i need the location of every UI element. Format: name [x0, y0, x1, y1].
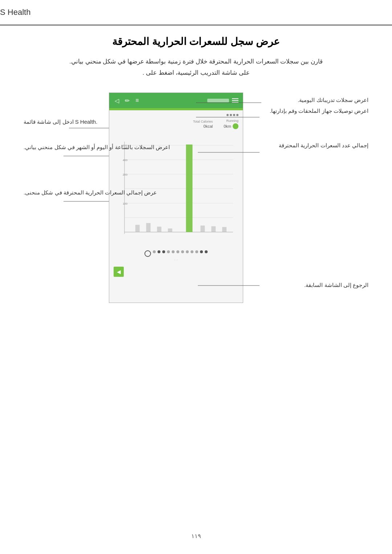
list-icon[interactable]: ≡ [134, 97, 140, 104]
svg-rect-14 [135, 225, 140, 232]
top-bar-right: ≡ ✏ ◁ [114, 97, 140, 104]
hamburger-icon[interactable] [232, 98, 238, 103]
stats-dots [114, 114, 238, 116]
nav-dot-2[interactable] [200, 250, 203, 253]
svg-rect-19 [211, 226, 216, 232]
phone-mockup: ≡ ✏ ◁ Running 0km [109, 93, 243, 303]
nav-dot-6[interactable] [181, 250, 184, 253]
nav-dot-9[interactable] [167, 250, 170, 253]
dot-4 [226, 114, 229, 116]
page-header: S Health [0, 0, 392, 25]
annotation-curve-chart: عرض إجمالي السعرات الحرارية المحترقة في … [24, 189, 157, 197]
center-circle[interactable] [144, 250, 151, 257]
nav-dot-5[interactable] [186, 250, 189, 253]
svg-rect-20 [222, 227, 226, 232]
svg-rect-16 [157, 227, 162, 232]
nav-dot-3[interactable] [195, 250, 198, 253]
svg-rect-13 [186, 144, 192, 232]
nav-dot-8[interactable] [172, 250, 175, 253]
nav-dot-11[interactable] [158, 250, 160, 253]
dot-1 [236, 114, 238, 116]
nav-dot-7[interactable] [176, 250, 179, 253]
svg-text:400: 400 [123, 159, 128, 162]
stats-row: Running 0km Total Calories 0kcal [109, 110, 243, 131]
title-placeholder [207, 99, 229, 102]
back-button-area: ◀ [109, 264, 243, 279]
nav-dot-1[interactable] [205, 250, 208, 253]
svg-rect-18 [200, 226, 205, 232]
bottom-dots-bar: · · · [109, 247, 243, 264]
page-number: ١١٩ [0, 533, 392, 539]
svg-rect-15 [146, 223, 151, 232]
dot-3 [230, 114, 232, 116]
annotation-accessories: اعرض توصيلات جهاز الملحقات وقم بإدارتها. [270, 107, 368, 115]
calories-stat: Total Calories 0kcal [193, 120, 213, 128]
nav-dot-10[interactable] [162, 250, 165, 253]
nav-dot-12[interactable] [153, 250, 156, 253]
phone-screen: ≡ ✏ ◁ Running 0km [109, 93, 243, 303]
annotation-daily-records: اعرض سجلات تدريباتك اليومية. [298, 96, 368, 104]
svg-rect-17 [168, 229, 172, 232]
page-title: عرض سجل للسعرات الحرارية المحترقة [22, 34, 370, 49]
back-arrow-icon: ◀ [117, 269, 121, 275]
phone-top-bar: ≡ ✏ ◁ [109, 93, 243, 108]
subtitle-line1: قارن بين سجلات السعرات الحرارية المحترقة… [69, 58, 323, 65]
annotation-back: الرجوع إلى الشاشة السابقة. [304, 281, 368, 290]
small-text-row: · · · [174, 258, 178, 262]
subtitle-line2: على شاشة التدريب الرئيسية، اضغط على . [142, 69, 249, 76]
annotation-total-calories: إجمالي عدد السعرات الحرارية المحترقة [279, 141, 368, 150]
dots-row [144, 250, 208, 257]
header-title: S Health [0, 8, 30, 17]
running-stat: Running 0km [224, 119, 238, 129]
subtitle-text: قارن بين سجلات السعرات الحرارية المحترقة… [22, 56, 370, 78]
svg-text:200: 200 [123, 173, 128, 176]
svg-text:100: 100 [123, 202, 128, 205]
back-button[interactable]: ◀ [114, 267, 124, 277]
edit-icon[interactable]: ✏ [124, 97, 130, 104]
top-bar-left [207, 98, 238, 103]
nav-dot-4[interactable] [191, 250, 193, 253]
annotation-go-home: .S Health ادخل إلى شاشة قائمة [24, 118, 97, 126]
dot-2 [233, 114, 235, 116]
share-icon[interactable]: ◁ [114, 97, 120, 104]
annotation-view-records: اعرض السجلات بالساعة أو اليوم أو الشهر ف… [24, 143, 170, 152]
